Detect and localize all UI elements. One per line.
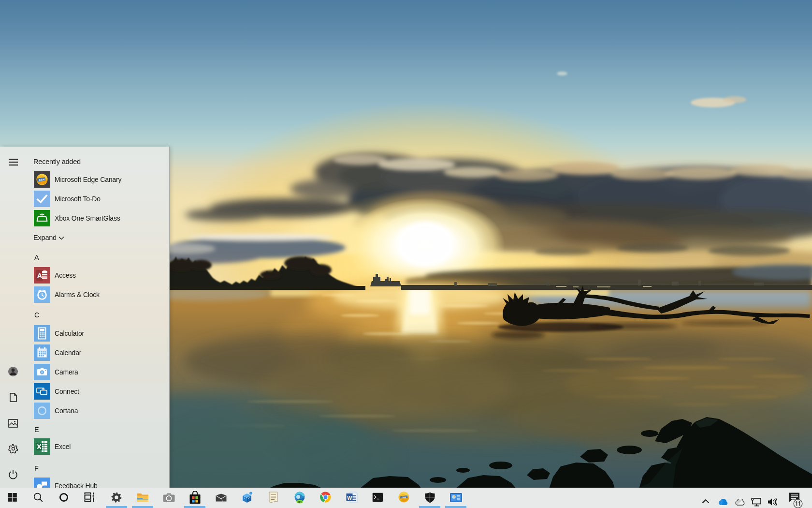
svg-text:W: W — [347, 495, 352, 501]
svg-text:CAN: CAN — [402, 496, 406, 499]
svg-text:A: A — [37, 271, 43, 280]
svg-text:DEV: DEV — [298, 501, 302, 503]
